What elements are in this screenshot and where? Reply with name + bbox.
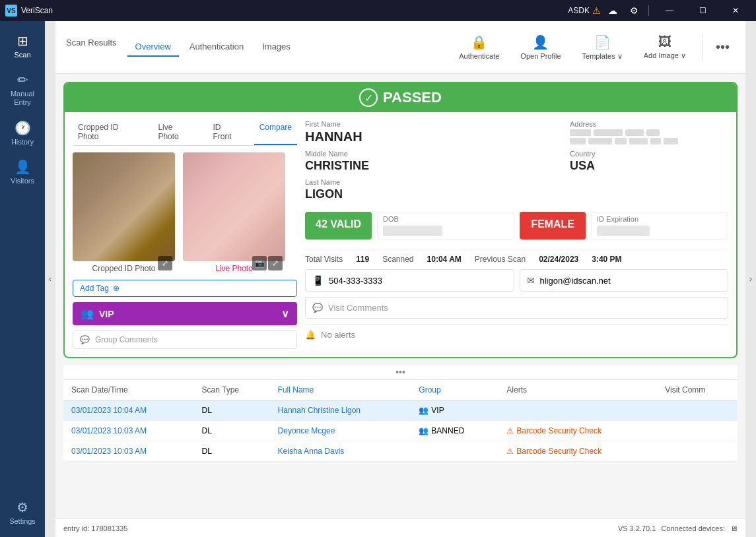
row1-type: DL [194, 400, 270, 421]
history-expand-dots[interactable]: ••• [63, 365, 738, 380]
vip-group-row[interactable]: 👥 VIP ∨ [73, 302, 297, 325]
toolbar-actions: 🔒 Authenticate 👤 Open Profile 📄 Template… [451, 29, 735, 66]
country-value: USA [570, 159, 728, 173]
sidebar-label-visitors: Visitors [11, 177, 34, 185]
contact-row: 📱 504-333-3333 ✉ hligon@idscan.net [305, 269, 728, 292]
group-comments-label: Group Comments [95, 335, 158, 344]
group-comments-row[interactable]: 💬 Group Comments [73, 331, 297, 349]
sidebar-item-manual-entry[interactable]: ✏ ManualEntry [3, 65, 42, 113]
sidebar-item-visitors[interactable]: 👤 Visitors [3, 152, 42, 191]
row2-group: 👥 BANNED [411, 421, 498, 441]
previous-scan-time: 3:40 PM [592, 255, 621, 264]
first-name-label: First Name [305, 120, 562, 128]
right-collapse-handle[interactable]: › [745, 21, 756, 537]
photo-tab-id-front[interactable]: ID Front [208, 120, 246, 145]
authenticate-icon: 🔒 [471, 34, 487, 50]
row1-alerts [498, 400, 657, 421]
id-exp-label: ID Expiration [597, 215, 722, 223]
sidebar-item-history[interactable]: 🕐 History [3, 113, 42, 152]
cropped-id-photo [73, 152, 175, 261]
tab-images[interactable]: Images [254, 38, 298, 57]
visit-comments-label: Visit Comments [328, 303, 388, 313]
id-exp-value-blurred [597, 226, 650, 236]
addr-chunk-2 [594, 129, 623, 136]
previous-scan-label: Previous Scan [475, 255, 526, 264]
pass-check-icon: ✓ [359, 88, 378, 107]
app-logo: VS [5, 5, 17, 16]
table-row[interactable]: 03/01/2023 10:03 AM DL Keisha Anna Davis… [63, 441, 738, 462]
add-image-button[interactable]: 🖼 Add Image ∨ [636, 29, 694, 65]
tab-overview[interactable]: Overview [127, 38, 179, 57]
sidebar-label-scan: Scan [14, 51, 30, 59]
country-label: Country [570, 150, 728, 158]
settings-icon[interactable]: ⚙ [625, 1, 643, 20]
content-area: Scan Results Overview Authentication Ima… [55, 21, 745, 537]
close-button[interactable]: ✕ [720, 0, 751, 21]
tab-authentication[interactable]: Authentication [182, 38, 252, 57]
sidebar: ⊞ Scan ✏ ManualEntry 🕐 History 👤 Visitor… [0, 21, 45, 537]
row3-type: DL [194, 441, 270, 462]
photo-tab-cropped[interactable]: Cropped ID Photo [73, 120, 145, 145]
no-alerts-icon: 🔔 [305, 330, 316, 340]
authenticate-label: Authenticate [459, 52, 499, 60]
visit-comments-row[interactable]: 💬 Visit Comments [305, 297, 728, 319]
last-name-label: Last Name [305, 178, 562, 186]
result-header: ✓ PASSED [65, 83, 736, 112]
expand-cropped-button[interactable]: ⤢ [158, 256, 172, 270]
table-row[interactable]: 03/01/2023 10:03 AM DL Deyonce Mcgee 👥 B… [63, 421, 738, 441]
add-image-label: Add Image ∨ [644, 51, 686, 60]
toolbar-separator [702, 34, 703, 61]
scan-icon: ⊞ [17, 33, 28, 49]
photo-section: Cropped ID Photo Live Photo ID Front Com… [73, 120, 297, 349]
scanned-label: Scanned [382, 255, 413, 264]
maximize-button[interactable]: ☐ [687, 0, 718, 21]
left-collapse-handle[interactable]: ‹ [45, 21, 55, 537]
live-photo-container: 📷 ⤢ Live Photo [183, 152, 285, 273]
info-top: First Name HANNAH Middle Name CHRISTINE … [305, 120, 728, 206]
add-tag-button[interactable]: Add Tag ⊕ [73, 280, 297, 297]
minimize-button[interactable]: — [654, 0, 685, 21]
expand-live-button[interactable]: ⤢ [268, 256, 283, 270]
titlebar-separator [648, 5, 649, 16]
sidebar-item-settings[interactable]: ⚙ Settings [3, 493, 42, 532]
sidebar-label-manual-entry: ManualEntry [11, 90, 34, 107]
previous-scan-date: 02/24/2023 [539, 255, 578, 264]
country-block: Country USA [570, 150, 728, 173]
vip-label: VIP [99, 309, 114, 319]
toolbar: Scan Results Overview Authentication Ima… [55, 21, 745, 74]
result-body: Cropped ID Photo Live Photo ID Front Com… [65, 112, 736, 357]
address-line-2 [570, 138, 728, 144]
sidebar-item-scan[interactable]: ⊞ Scan [3, 26, 42, 65]
row1-visit-comm [657, 400, 738, 421]
id-exp-box: ID Expiration [591, 212, 728, 239]
scan-results-label: Scan Results [66, 38, 117, 57]
table-header-row: Scan Date/Time Scan Type Full Name Group… [63, 380, 738, 400]
templates-button[interactable]: 📄 Templates ∨ [574, 29, 631, 66]
alert-warn-row2: ⚠ Barcode Security Check [506, 426, 649, 435]
address-block: Address [570, 120, 728, 206]
total-visits-label: Total Visits [305, 255, 343, 264]
sidebar-label-settings: Settings [9, 517, 36, 525]
visitors-icon: 👤 [15, 159, 31, 175]
titlebar-left: VS VeriScan [5, 5, 53, 16]
addr-chunk-4 [646, 129, 660, 136]
phone-icon: 📱 [312, 275, 324, 286]
addr-chunk-6 [588, 138, 612, 144]
visit-comments-icon: 💬 [312, 303, 323, 313]
photos-row: ⤢ Cropped ID Photo 📷 ⤢ Live Photo [73, 152, 297, 273]
total-visits-value: 119 [356, 255, 369, 264]
open-profile-button[interactable]: 👤 Open Profile [512, 29, 568, 65]
col-header-alerts: Alerts [498, 380, 657, 400]
app-body: ⊞ Scan ✏ ManualEntry 🕐 History 👤 Visitor… [0, 21, 756, 537]
more-button[interactable]: ••• [710, 37, 735, 57]
manual-entry-icon: ✏ [17, 72, 28, 88]
photo-tab-live[interactable]: Live Photo [153, 120, 199, 145]
cloud-icon[interactable]: ☁ [603, 1, 622, 20]
photo-tab-compare[interactable]: Compare [254, 120, 297, 145]
addr-chunk-3 [625, 129, 644, 136]
capture-button[interactable]: 📷 [252, 256, 267, 270]
table-row[interactable]: 03/01/2023 10:04 AM DL Hannah Christine … [63, 400, 738, 421]
scanned-time-value: 10:04 AM [427, 255, 462, 264]
authenticate-button[interactable]: 🔒 Authenticate [451, 29, 507, 65]
alert-label-row2: Barcode Security Check [516, 426, 601, 435]
